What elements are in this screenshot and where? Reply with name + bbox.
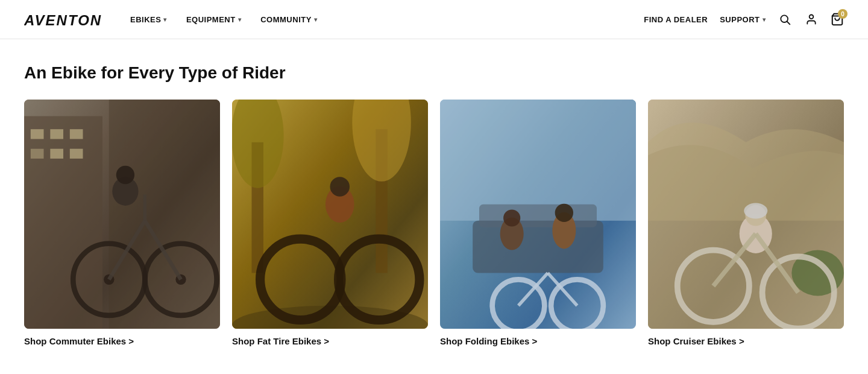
- svg-rect-23: [232, 100, 428, 329]
- support-link[interactable]: SUPPORT ▾: [720, 15, 766, 24]
- card-link-cruiser[interactable]: Shop Cruiser Ebikes >: [648, 336, 844, 346]
- svg-line-44: [548, 273, 577, 306]
- svg-rect-13: [70, 149, 83, 159]
- svg-point-28: [232, 306, 428, 329]
- svg-rect-26: [376, 129, 388, 273]
- card-link-folding[interactable]: Shop Folding Ebikes >: [440, 336, 636, 346]
- search-icon[interactable]: [778, 12, 792, 27]
- svg-line-43: [518, 273, 548, 306]
- section-title: An Ebike for Every Type of Rider: [24, 63, 844, 83]
- svg-point-41: [492, 279, 545, 329]
- svg-point-42: [551, 279, 603, 329]
- cart-icon[interactable]: 0: [831, 13, 844, 26]
- nav-item-ebikes[interactable]: EBIKES ▾: [122, 10, 175, 29]
- nav-item-equipment[interactable]: EQUIPMENT ▾: [178, 10, 250, 29]
- svg-rect-6: [24, 116, 102, 329]
- svg-rect-9: [50, 129, 63, 139]
- svg-point-40: [555, 204, 573, 222]
- card-commuter[interactable]: Shop Commuter Ebikes >: [24, 100, 220, 346]
- chevron-down-icon: ▾: [163, 16, 167, 23]
- svg-line-53: [756, 234, 798, 293]
- header-left: AVENTON EBIKES ▾ EQUIPMENT ▾ COMMUNITY ▾: [24, 10, 326, 29]
- svg-point-3: [810, 15, 814, 19]
- svg-point-30: [339, 239, 420, 320]
- header-right: FIND A DEALER SUPPORT ▾ 0: [644, 12, 844, 27]
- svg-rect-33: [440, 100, 636, 329]
- card-link-fat-tire[interactable]: Shop Fat Tire Ebikes >: [232, 336, 428, 346]
- svg-point-39: [552, 212, 576, 249]
- svg-point-29: [260, 239, 341, 320]
- chevron-down-icon: ▾: [314, 16, 318, 23]
- svg-text:AVENTON: AVENTON: [24, 12, 102, 28]
- account-icon[interactable]: [804, 12, 819, 27]
- svg-rect-7: [109, 100, 220, 329]
- svg-point-37: [500, 217, 524, 250]
- card-folding[interactable]: Shop Folding Ebikes >: [440, 100, 636, 346]
- card-image-cruiser: [648, 100, 844, 329]
- svg-point-25: [232, 100, 284, 188]
- svg-point-47: [678, 250, 749, 322]
- svg-rect-24: [252, 142, 264, 273]
- svg-point-15: [116, 166, 134, 184]
- product-cards-grid: Shop Commuter Ebikes >: [24, 100, 844, 346]
- site-logo[interactable]: AVENTON: [24, 10, 102, 29]
- chevron-down-icon: ▾: [238, 16, 242, 23]
- main-nav: EBIKES ▾ EQUIPMENT ▾ COMMUNITY ▾: [122, 10, 326, 29]
- svg-rect-12: [50, 149, 63, 159]
- svg-line-20: [109, 221, 145, 280]
- card-fat-tire[interactable]: Shop Fat Tire Ebikes >: [232, 100, 428, 346]
- svg-point-16: [73, 244, 145, 315]
- svg-rect-5: [24, 100, 220, 329]
- svg-point-18: [104, 274, 114, 285]
- svg-point-17: [145, 244, 216, 315]
- find-dealer-link[interactable]: FIND A DEALER: [644, 15, 708, 24]
- svg-point-50: [745, 205, 766, 226]
- chevron-down-icon: ▾: [763, 16, 766, 23]
- card-cruiser[interactable]: Shop Cruiser Ebikes >: [648, 100, 844, 346]
- svg-point-38: [503, 209, 520, 226]
- card-image-folding: [440, 100, 636, 329]
- svg-point-31: [326, 186, 354, 223]
- card-link-commuter[interactable]: Shop Commuter Ebikes >: [24, 336, 220, 346]
- svg-rect-11: [31, 149, 44, 159]
- svg-rect-36: [479, 204, 597, 227]
- nav-item-community[interactable]: COMMUNITY ▾: [252, 10, 326, 29]
- svg-point-46: [791, 250, 844, 296]
- svg-line-52: [713, 234, 755, 287]
- svg-rect-45: [648, 100, 844, 329]
- svg-point-48: [763, 256, 834, 328]
- svg-rect-8: [31, 129, 44, 139]
- svg-point-51: [744, 203, 767, 219]
- svg-point-27: [352, 100, 411, 182]
- main-content: An Ebike for Every Type of Rider: [0, 39, 868, 358]
- svg-point-19: [175, 274, 186, 285]
- svg-rect-10: [70, 129, 83, 139]
- svg-line-21: [145, 221, 181, 280]
- svg-line-2: [787, 22, 790, 25]
- card-image-commuter: [24, 100, 220, 329]
- svg-rect-34: [440, 100, 636, 221]
- site-header: AVENTON EBIKES ▾ EQUIPMENT ▾ COMMUNITY ▾…: [0, 0, 868, 39]
- svg-point-49: [740, 214, 772, 253]
- card-image-fat-tire: [232, 100, 428, 329]
- svg-point-14: [112, 177, 138, 206]
- svg-rect-35: [473, 221, 603, 273]
- cart-count-badge: 0: [838, 9, 848, 19]
- svg-point-32: [330, 177, 350, 197]
